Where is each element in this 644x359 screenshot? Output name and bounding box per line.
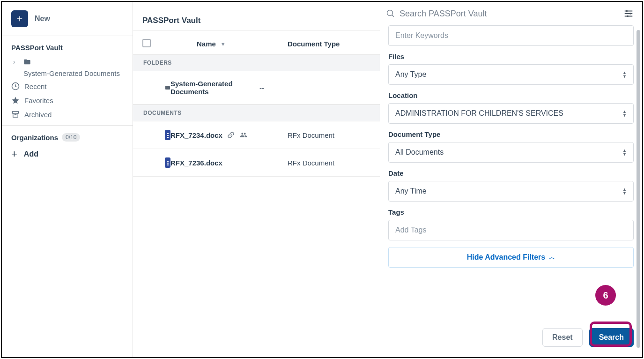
doctype-select[interactable]: All Documents ▲▼ <box>388 142 634 163</box>
add-organization-button[interactable]: + Add <box>11 142 123 159</box>
annotation-step-number: 6 <box>603 290 608 301</box>
keywords-input[interactable]: Enter Keywords <box>388 25 634 46</box>
nav-label: Recent <box>24 82 47 90</box>
document-icon <box>165 130 170 140</box>
main-content: PASSPort Vault Name ▼ Document Type FOLD… <box>133 2 642 357</box>
chevron-right-icon[interactable]: › <box>13 58 19 66</box>
doctype-label: Document Type <box>388 130 634 138</box>
date-label: Date <box>388 169 634 177</box>
organizations-title: Organizations <box>11 134 58 142</box>
hide-filters-label: Hide Advanced Filters <box>467 253 545 262</box>
document-type: RFx Document <box>288 159 372 167</box>
tree-folder-row[interactable]: › <box>11 56 123 67</box>
select-arrows-icon: ▲▼ <box>622 71 627 78</box>
location-select[interactable]: ADMINISTRATION FOR CHILDREN'S SERVICES ▲… <box>388 103 634 124</box>
location-value: ADMINISTRATION FOR CHILDREN'S SERVICES <box>395 109 563 118</box>
document-name: RFX_7234.docx <box>170 131 222 139</box>
filter-settings-icon[interactable] <box>623 8 634 19</box>
reset-button[interactable]: Reset <box>542 328 583 347</box>
search-icon <box>386 9 395 18</box>
annotation-highlight-box <box>590 322 632 347</box>
nav-recent[interactable]: Recent <box>11 79 123 93</box>
svg-point-0 <box>626 10 628 12</box>
hide-advanced-filters-button[interactable]: Hide Advanced Filters ︿ <box>388 247 634 268</box>
nav-favorites[interactable]: Favorites <box>11 93 123 107</box>
date-value: Any Time <box>395 187 427 195</box>
folder-icon <box>22 58 32 66</box>
nav-archived[interactable]: Archived <box>11 107 123 121</box>
sidebar: New PASSPort Vault › System-Generated Do… <box>2 2 133 357</box>
tree-item-system-generated[interactable]: System-Generated Documents <box>11 67 123 79</box>
tree-item-label: System-Generated Documents <box>23 69 120 77</box>
document-icon <box>165 157 170 168</box>
new-button[interactable] <box>11 10 28 27</box>
svg-point-2 <box>627 15 629 17</box>
tags-placeholder: Add Tags <box>395 226 426 234</box>
files-select[interactable]: Any Type ▲▼ <box>388 64 634 85</box>
annotation-step-badge: 6 <box>595 285 616 306</box>
chevron-up-icon: ︿ <box>549 253 555 262</box>
keywords-placeholder: Enter Keywords <box>395 31 448 40</box>
organizations-count: 0/10 <box>62 133 80 142</box>
column-doctype-header[interactable]: Document Type <box>288 40 372 48</box>
scrollbar[interactable] <box>637 30 640 348</box>
select-all-checkbox[interactable] <box>142 39 151 47</box>
sort-caret-down-icon[interactable]: ▼ <box>221 41 226 47</box>
svg-point-1 <box>629 13 631 15</box>
files-label: Files <box>388 52 634 60</box>
star-icon <box>11 96 20 105</box>
document-type: RFx Document <box>288 131 372 139</box>
add-label: Add <box>24 150 38 158</box>
select-arrows-icon: ▲▼ <box>622 110 627 117</box>
sidebar-vault-title: PASSPort Vault <box>11 44 123 52</box>
tags-input[interactable]: Add Tags <box>388 220 634 240</box>
search-input[interactable] <box>400 9 618 19</box>
folder-name: System-Generated Documents <box>170 80 259 96</box>
new-button-label: New <box>35 15 50 23</box>
plus-icon <box>15 15 24 23</box>
share-icon <box>239 131 248 139</box>
plus-icon: + <box>11 149 17 159</box>
select-arrows-icon: ▲▼ <box>622 187 627 195</box>
files-value: Any Type <box>395 70 426 79</box>
column-name-header[interactable]: Name <box>197 40 216 48</box>
folder-icon <box>165 83 170 92</box>
select-arrows-icon: ▲▼ <box>622 149 627 156</box>
tags-label: Tags <box>388 208 634 216</box>
nav-label: Archived <box>24 111 52 119</box>
archive-icon <box>11 110 20 119</box>
clock-icon <box>11 82 20 90</box>
doctype-value: All Documents <box>395 148 444 157</box>
location-label: Location <box>388 91 634 99</box>
nav-label: Favorites <box>24 97 53 105</box>
link-icon <box>227 131 235 139</box>
folder-type: -- <box>259 84 344 92</box>
document-name: RFX_7236.docx <box>170 159 222 167</box>
date-select[interactable]: Any Time ▲▼ <box>388 181 634 202</box>
